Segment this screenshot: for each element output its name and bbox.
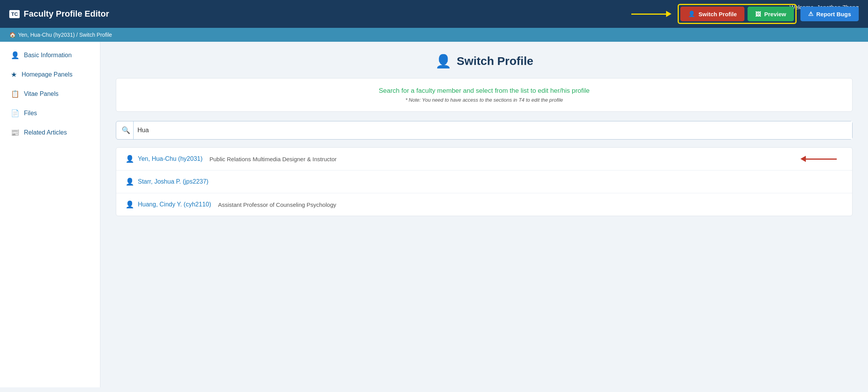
sidebar-item-label: Basic Information bbox=[24, 52, 72, 59]
result-name: Yen, Hua-Chu (hy2031) bbox=[138, 155, 203, 162]
yellow-arrow-indicator bbox=[631, 11, 671, 17]
sidebar-item-label: Vitae Panels bbox=[24, 90, 59, 97]
app-logo: TC Faculty Profile Editor bbox=[9, 9, 678, 19]
main-layout: 👤 Basic Information ★ Homepage Panels 📋 … bbox=[0, 42, 868, 387]
person-icon: 👤 bbox=[11, 51, 19, 60]
page-title-text: Switch Profile bbox=[457, 55, 533, 68]
result-title: Assistant Professor of Counseling Psycho… bbox=[218, 201, 336, 208]
result-item-1[interactable]: 👤 Yen, Hua-Chu (hy2031) Public Relations… bbox=[116, 148, 852, 170]
report-bugs-label: Report Bugs bbox=[816, 11, 851, 17]
preview-icon: 🖼 bbox=[755, 11, 761, 17]
breadcrumb-path: Yen, Hua-Chu (hy2031) / Switch Profile bbox=[18, 32, 112, 38]
warning-icon: ⚠ bbox=[808, 10, 813, 17]
note-text: * Note: You need to have access to the s… bbox=[128, 97, 841, 103]
switch-profile-label: Switch Profile bbox=[698, 11, 737, 17]
result-person-icon: 👤 bbox=[125, 155, 134, 163]
result-person-icon: 👤 bbox=[125, 200, 134, 209]
page-title-icon: 👤 bbox=[435, 53, 451, 69]
yellow-highlight-box: 👤 Switch Profile 🖼 Preview bbox=[678, 4, 797, 24]
info-box: Search for a faculty member and select f… bbox=[116, 78, 853, 112]
sidebar-item-basic-information[interactable]: 👤 Basic Information bbox=[0, 46, 100, 65]
sidebar-item-label: Related Articles bbox=[24, 129, 67, 136]
main-content: 👤 Switch Profile Search for a faculty me… bbox=[100, 42, 868, 387]
switch-profile-button[interactable]: 👤 Switch Profile bbox=[680, 7, 744, 21]
search-area: 🔍 bbox=[116, 121, 853, 140]
result-name: Starr, Joshua P. (jps2237) bbox=[138, 178, 209, 185]
result-name: Huang, Cindy Y. (cyh2110) bbox=[138, 201, 211, 208]
sidebar-item-related-articles[interactable]: 📰 Related Articles bbox=[0, 123, 100, 142]
sidebar-item-files[interactable]: 📄 Files bbox=[0, 104, 100, 123]
newspaper-icon: 📰 bbox=[11, 128, 19, 137]
app-title: Faculty Profile Editor bbox=[24, 9, 109, 19]
search-input[interactable] bbox=[133, 121, 852, 139]
id-card-icon: 📋 bbox=[11, 90, 19, 98]
search-icon: 🔍 bbox=[122, 126, 130, 135]
result-item-2[interactable]: 👤 Starr, Joshua P. (jps2237) bbox=[116, 170, 852, 193]
header-buttons: 👤 Switch Profile 🖼 Preview ⚠ Report Bugs bbox=[678, 4, 859, 24]
preview-button[interactable]: 🖼 Preview bbox=[748, 7, 794, 21]
red-arrow-indicator bbox=[800, 156, 837, 162]
preview-label: Preview bbox=[764, 11, 786, 17]
app-header: TC Faculty Profile Editor Welcome, Jonat… bbox=[0, 0, 868, 28]
result-title: Public Relations Multimedia Designer & I… bbox=[210, 156, 337, 162]
result-item-3[interactable]: 👤 Huang, Cindy Y. (cyh2110) Assistant Pr… bbox=[116, 193, 852, 216]
sidebar: 👤 Basic Information ★ Homepage Panels 📋 … bbox=[0, 42, 100, 387]
result-person-icon: 👤 bbox=[125, 177, 134, 186]
file-icon: 📄 bbox=[11, 109, 19, 118]
report-bugs-button[interactable]: ⚠ Report Bugs bbox=[800, 7, 859, 21]
star-icon: ★ bbox=[11, 70, 17, 79]
page-title: 👤 Switch Profile bbox=[116, 53, 853, 69]
sidebar-item-vitae-panels[interactable]: 📋 Vitae Panels bbox=[0, 84, 100, 104]
person-icon: 👤 bbox=[688, 10, 695, 17]
sidebar-item-homepage-panels[interactable]: ★ Homepage Panels bbox=[0, 65, 100, 84]
search-instruction: Search for a faculty member and select f… bbox=[128, 87, 841, 95]
sidebar-item-label: Files bbox=[24, 110, 37, 117]
results-list: 👤 Yen, Hua-Chu (hy2031) Public Relations… bbox=[116, 147, 853, 216]
breadcrumb: 🏠 Yen, Hua-Chu (hy2031) / Switch Profile bbox=[0, 28, 868, 42]
home-icon: 🏠 bbox=[9, 32, 16, 38]
logo-box: TC bbox=[9, 10, 20, 18]
sidebar-item-label: Homepage Panels bbox=[22, 71, 73, 78]
